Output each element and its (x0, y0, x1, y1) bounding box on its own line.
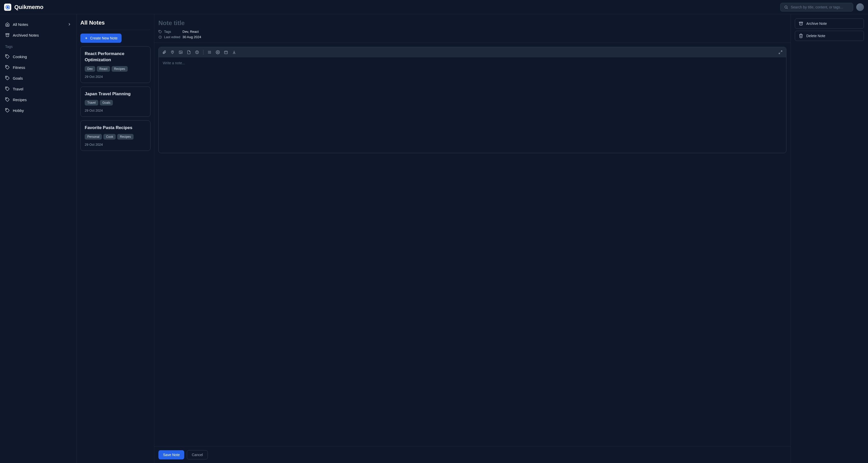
editor-toolbar (159, 47, 786, 57)
save-note-button[interactable]: Save Note (158, 450, 184, 459)
svg-point-7 (6, 55, 7, 56)
note-body-textarea[interactable] (159, 57, 786, 153)
download-icon[interactable] (232, 50, 236, 54)
calendar-icon[interactable] (224, 50, 228, 54)
sidebar-archived-notes[interactable]: Archived Notes (4, 30, 73, 40)
sidebar-tag-fitness[interactable]: Fitness (4, 62, 73, 72)
action-button-label: Archive Note (806, 22, 827, 26)
svg-point-11 (6, 98, 7, 99)
sidebar-item-label: Travel (13, 87, 23, 91)
sidebar-tag-recipes[interactable]: Recipes (4, 95, 73, 105)
svg-line-35 (779, 53, 780, 54)
archive-icon (799, 21, 803, 26)
svg-point-12 (6, 109, 7, 110)
sidebar-item-label: Fitness (13, 65, 25, 70)
archive-icon (5, 33, 10, 37)
svg-point-29 (217, 52, 218, 53)
toolbar-divider (203, 50, 204, 55)
cancel-button[interactable]: Cancel (187, 450, 208, 459)
sidebar-tag-cooking[interactable]: Cooking (4, 52, 73, 61)
sidebar-tag-hobby[interactable]: Hobby (4, 106, 73, 115)
editor-surface (158, 47, 786, 153)
document-icon[interactable] (187, 50, 191, 54)
emoji-icon[interactable] (195, 50, 199, 54)
meta-edited-label: Last edited (158, 35, 182, 39)
tag-chip: Cook (103, 134, 116, 140)
meta-edited-row: Last edited 30 Aug 2024 (158, 35, 786, 39)
note-meta: Tags Dev, React Last edited 30 Aug 20 (158, 30, 786, 39)
expand-icon[interactable] (778, 50, 782, 54)
editor-header: Tags Dev, React Last edited 30 Aug 20 (154, 15, 790, 43)
editor-body (154, 43, 790, 446)
list-icon[interactable] (208, 50, 212, 54)
image-icon[interactable] (179, 50, 183, 54)
note-card-date: 29 Oct 2024 (85, 75, 146, 79)
note-card-title: Favorite Pasta Recipes (85, 125, 146, 131)
sidebar-all-notes[interactable]: All Notes (4, 20, 73, 29)
note-card-title: React Performance Optimization (85, 51, 146, 63)
app-logo-icon (4, 4, 11, 11)
note-title-input[interactable] (158, 20, 786, 27)
svg-point-3 (785, 6, 787, 8)
svg-point-10 (6, 88, 7, 88)
note-card[interactable]: Japan Travel Planning Travel Goals 29 Oc… (80, 87, 151, 117)
sidebar-tag-goals[interactable]: Goals (4, 73, 73, 83)
tag-chip: Travel (85, 100, 98, 106)
svg-rect-5 (6, 33, 9, 34)
archive-note-button[interactable]: Archive Note (795, 19, 864, 29)
sidebar-item-label: Cooking (13, 55, 27, 59)
svg-rect-36 (799, 22, 803, 23)
create-button-label: Create New Note (90, 36, 118, 40)
svg-point-15 (159, 31, 160, 31)
sidebar-item-label: Archived Notes (13, 33, 39, 37)
attachment-icon[interactable] (162, 50, 166, 54)
meta-tags-label: Tags (158, 30, 182, 33)
tag-icon (5, 65, 10, 70)
tag-icon (5, 108, 10, 113)
note-card-tags: Travel Goals (85, 100, 146, 106)
location-icon[interactable] (170, 50, 175, 54)
note-card-tags: Personal Cook Recipes (85, 134, 146, 140)
action-button-label: Delete Note (806, 34, 825, 38)
tag-chip: Recipes (112, 66, 128, 72)
tag-chip: Dev (85, 66, 95, 72)
note-card-tags: Dev React Recipes (85, 66, 146, 72)
sidebar-item-label: All Notes (13, 22, 28, 27)
svg-point-9 (6, 77, 7, 77)
notes-list-column: All Notes Create New Note React Performa… (77, 15, 154, 463)
delete-note-button[interactable]: Delete Note (795, 31, 864, 41)
svg-point-19 (180, 52, 180, 52)
tag-icon (5, 76, 10, 80)
tag-chip: Goals (100, 100, 113, 106)
svg-rect-30 (224, 51, 227, 54)
tag-icon (158, 30, 162, 33)
sidebar-item-label: Hobby (13, 108, 24, 113)
search-box[interactable] (780, 3, 853, 11)
actions-panel: Archive Note Delete Note (791, 15, 868, 463)
meta-tags-value: Dev, React (182, 30, 198, 33)
tag-chip: React (97, 66, 110, 72)
clock-icon (158, 35, 162, 39)
search-input[interactable] (791, 5, 849, 9)
editor-column: Tags Dev, React Last edited 30 Aug 20 (154, 15, 791, 463)
chevron-right-icon (67, 22, 71, 26)
create-note-button[interactable]: Create New Note (80, 33, 122, 43)
logo-section: Quikmemo (4, 4, 43, 11)
sidebar-tag-travel[interactable]: Travel (4, 84, 73, 94)
header-right (780, 3, 864, 11)
home-icon (5, 22, 10, 27)
sidebar-tags-heading: Tags (4, 41, 73, 51)
plus-icon (85, 36, 88, 40)
user-avatar[interactable] (856, 3, 864, 11)
tag-icon (5, 87, 10, 91)
tag-icon (5, 97, 10, 102)
note-card[interactable]: React Performance Optimization Dev React… (80, 46, 151, 83)
note-card[interactable]: Favorite Pasta Recipes Personal Cook Rec… (80, 120, 151, 151)
app-header: Quikmemo (0, 0, 868, 15)
notes-heading: All Notes (80, 20, 151, 30)
settings-icon[interactable] (216, 50, 220, 54)
trash-icon (799, 33, 803, 38)
svg-point-1 (7, 6, 9, 8)
svg-point-26 (208, 51, 209, 51)
note-card-title: Japan Travel Planning (85, 91, 146, 97)
